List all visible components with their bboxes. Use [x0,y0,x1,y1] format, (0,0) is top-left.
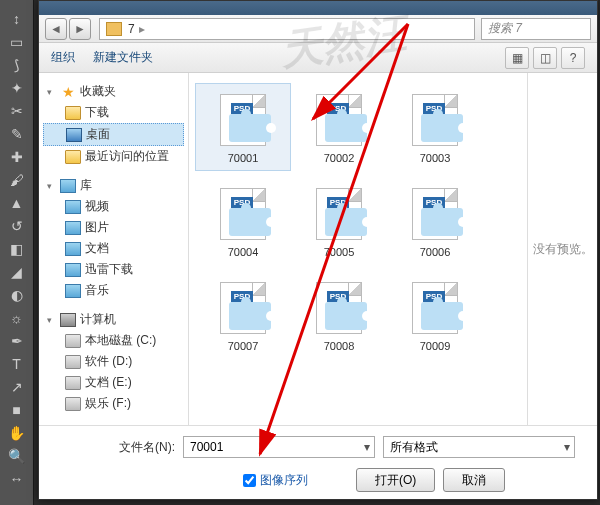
file-item[interactable]: PSD70007 [195,271,291,359]
file-thumb: PSD [406,184,464,242]
search-input[interactable]: 搜索 7 [481,18,591,40]
dropdown-icon: ▾ [564,440,570,454]
collapse-icon: ▾ [47,315,56,324]
open-button[interactable]: 打开(O) [356,468,435,492]
tree-item-video[interactable]: 视频 [43,196,184,217]
file-name: 70005 [294,246,384,258]
pictures-icon [65,221,81,235]
tree-libraries[interactable]: ▾ 库 [43,175,184,196]
tree-item-drive-c[interactable]: 本地磁盘 (C:) [43,330,184,351]
file-item[interactable]: PSD70002 [291,83,387,171]
tool-brush[interactable]: 🖌 [4,169,30,191]
format-select[interactable]: 所有格式 ▾ [383,436,575,458]
file-item[interactable]: PSD70005 [291,177,387,265]
format-value: 所有格式 [390,439,438,456]
file-thumb: PSD [310,278,368,336]
tool-eraser[interactable]: ◧ [4,238,30,260]
star-icon: ★ [60,85,76,99]
chevron-icon: ▸ [139,22,145,36]
tool-heal[interactable]: ✚ [4,146,30,168]
file-item[interactable]: PSD70001 [195,83,291,171]
drive-icon [65,397,81,411]
preview-pane: 没有预览。 [527,73,597,425]
tool-pen[interactable]: ✒ [4,330,30,352]
tool-path[interactable]: ↗ [4,376,30,398]
titlebar [39,1,597,15]
tool-blur[interactable]: ◐ [4,284,30,306]
sequence-label: 图像序列 [260,472,308,489]
forward-button[interactable]: ► [69,18,91,40]
folder-icon [106,22,122,36]
folder-icon [65,106,81,120]
desktop-icon [66,128,82,142]
dialog-bottom: 文件名(N): 70001 ▾ 所有格式 ▾ 图像序列 打开(O) 取消 [39,425,597,502]
tool-wand[interactable]: ✦ [4,77,30,99]
file-grid: PSD70001PSD70002PSD70003PSD70004PSD70005… [189,73,527,425]
tool-shape[interactable]: ■ [4,399,30,421]
filename-value: 70001 [190,440,223,454]
tree-item-docs[interactable]: 文档 [43,238,184,259]
sequence-check-input[interactable] [243,474,256,487]
breadcrumb-folder: 7 [128,22,135,36]
tool-hand[interactable]: ✋ [4,422,30,444]
tool-eyedrop[interactable]: ✎ [4,123,30,145]
tool-dodge[interactable]: ☼ [4,307,30,329]
video-icon [65,200,81,214]
tree-item-drive-d[interactable]: 软件 (D:) [43,351,184,372]
tree-computer[interactable]: ▾ 计算机 [43,309,184,330]
back-button[interactable]: ◄ [45,18,67,40]
music-icon [65,284,81,298]
tool-marquee[interactable]: ▭ [4,31,30,53]
tool-move[interactable]: ↕ [4,8,30,30]
main-area: ▾ ★ 收藏夹 下载 桌面 最近访问的位置 ▾ 库 视频 图片 文档 迅雷下载 … [39,73,597,425]
tool-history[interactable]: ↺ [4,215,30,237]
help-button[interactable]: ? [561,47,585,69]
drive-icon [65,334,81,348]
file-thumb: PSD [310,184,368,242]
library-icon [60,179,76,193]
filename-input[interactable]: 70001 ▾ [183,436,375,458]
tree-item-recent[interactable]: 最近访问的位置 [43,146,184,167]
nav-tree: ▾ ★ 收藏夹 下载 桌面 最近访问的位置 ▾ 库 视频 图片 文档 迅雷下载 … [39,73,189,425]
tree-item-desktop[interactable]: 桌面 [43,123,184,146]
file-thumb: PSD [214,184,272,242]
file-name: 70001 [198,152,288,164]
tool-zoom[interactable]: 🔍 [4,445,30,467]
file-item[interactable]: PSD70009 [387,271,483,359]
tool-swap[interactable]: ↔ [4,468,30,490]
tree-item-music[interactable]: 音乐 [43,280,184,301]
breadcrumb[interactable]: 7 ▸ [99,18,475,40]
tool-crop[interactable]: ✂ [4,100,30,122]
sequence-checkbox[interactable]: 图像序列 [243,472,308,489]
collapse-icon: ▾ [47,87,56,96]
file-item[interactable]: PSD70004 [195,177,291,265]
tool-type[interactable]: T [4,353,30,375]
file-thumb: PSD [310,90,368,148]
view-button[interactable]: ▦ [505,47,529,69]
tree-item-drive-f[interactable]: 娱乐 (F:) [43,393,184,414]
computer-icon [60,313,76,327]
tool-lasso[interactable]: ⟆ [4,54,30,76]
file-name: 70009 [390,340,480,352]
tree-item-pictures[interactable]: 图片 [43,217,184,238]
file-name: 70003 [390,152,480,164]
preview-button[interactable]: ◫ [533,47,557,69]
file-item[interactable]: PSD70006 [387,177,483,265]
tree-item-drive-e[interactable]: 文档 (E:) [43,372,184,393]
organize-button[interactable]: 组织 [51,49,75,66]
search-placeholder: 搜索 7 [488,20,522,37]
file-item[interactable]: PSD70003 [387,83,483,171]
file-thumb: PSD [406,278,464,336]
cancel-button[interactable]: 取消 [443,468,505,492]
toolbar: 组织 新建文件夹 ▦ ◫ ? [39,43,597,73]
new-folder-button[interactable]: 新建文件夹 [93,49,153,66]
tree-item-downloads[interactable]: 下载 [43,102,184,123]
tool-gradient[interactable]: ◢ [4,261,30,283]
tree-favorites[interactable]: ▾ ★ 收藏夹 [43,81,184,102]
tree-item-xunlei[interactable]: 迅雷下载 [43,259,184,280]
drive-icon [65,355,81,369]
tool-stamp[interactable]: ▲ [4,192,30,214]
drive-icon [65,376,81,390]
nav-bar: ◄ ► 7 ▸ 搜索 7 [39,15,597,43]
file-item[interactable]: PSD70008 [291,271,387,359]
